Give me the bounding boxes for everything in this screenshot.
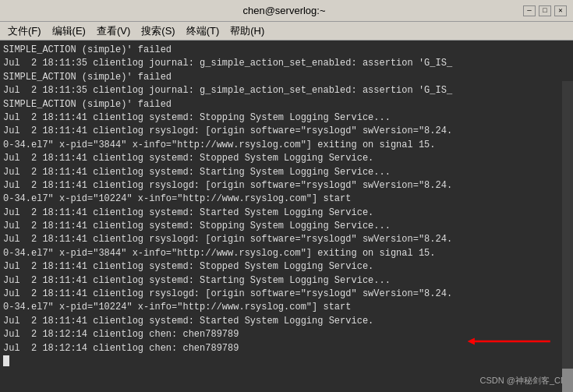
terminal-line: Jul 2 18:11:41 clientlog rsyslogd: [orig… <box>3 125 570 138</box>
terminal-window: chen@serverlog:~ — □ ✕ 文件(F) 编辑(E) 查看(V)… <box>0 0 573 392</box>
terminal-line: SIMPLE_ACTION (simple)' failed <box>3 44 570 57</box>
watermark: CSDN @神秘剑客_CN <box>480 375 567 387</box>
terminal-line: 0-34.el7" x-pid="3844" x-info="http://ww… <box>3 247 570 260</box>
scrollbar-thumb[interactable] <box>562 369 573 392</box>
menu-bar: 文件(F) 编辑(E) 查看(V) 搜索(S) 终端(T) 帮助(H) <box>0 22 573 41</box>
terminal-line: Jul 2 18:11:41 clientlog systemd: Stoppi… <box>3 220 570 233</box>
red-arrow-icon <box>464 334 557 349</box>
title-bar: chen@serverlog:~ — □ ✕ <box>0 0 573 22</box>
terminal-line: Jul 2 18:11:41 clientlog rsyslogd: [orig… <box>3 288 570 301</box>
annotation-arrow <box>464 334 557 349</box>
terminal-line: Jul 2 18:11:41 clientlog systemd: Stoppe… <box>3 152 570 165</box>
window-controls: — □ ✕ <box>523 5 567 16</box>
terminal-line: 0-34.el7" x-pid="3844" x-info="http://ww… <box>3 139 570 152</box>
scrollbar[interactable] <box>562 81 573 392</box>
terminal-line: Jul 2 18:11:41 clientlog systemd: Starte… <box>3 207 570 220</box>
terminal-line: Jul 2 18:11:35 clientlog journal: g_simp… <box>3 57 570 70</box>
minimize-button[interactable]: — <box>523 5 536 16</box>
terminal-line: 0-34.el7" x-pid="10224" x-info="http://w… <box>3 301 570 314</box>
terminal-body[interactable]: SIMPLE_ACTION (simple)' failedJul 2 18:1… <box>0 41 573 392</box>
maximize-button[interactable]: □ <box>539 5 551 16</box>
terminal-line: Jul 2 18:11:41 clientlog rsyslogd: [orig… <box>3 233 570 246</box>
terminal-cursor-line <box>3 355 570 366</box>
terminal-line: SIMPLE_ACTION (simple)' failed <box>3 98 570 111</box>
terminal-line: Jul 2 18:11:41 clientlog systemd: Stoppi… <box>3 111 570 125</box>
menu-search[interactable]: 搜索(S) <box>136 23 179 40</box>
cursor-block <box>3 355 9 366</box>
menu-edit[interactable]: 编辑(E) <box>48 23 90 40</box>
terminal-line: Jul 2 18:11:41 clientlog systemd: Starti… <box>3 274 570 288</box>
terminal-line: Jul 2 18:11:41 clientlog systemd: Stoppe… <box>3 260 570 274</box>
terminal-line: Jul 2 18:11:35 clientlog journal: g_simp… <box>3 84 570 97</box>
terminal-line: SIMPLE_ACTION (simple)' failed <box>3 71 570 84</box>
terminal-line: 0-34.el7" x-pid="10224" x-info="http://w… <box>3 192 570 206</box>
menu-terminal[interactable]: 终端(T) <box>182 23 225 40</box>
menu-file[interactable]: 文件(F) <box>3 23 46 40</box>
menu-view[interactable]: 查看(V) <box>92 23 135 40</box>
close-button[interactable]: ✕ <box>554 5 567 16</box>
terminal-line: Jul 2 18:11:41 clientlog rsyslogd: [orig… <box>3 179 570 192</box>
terminal-line: Jul 2 18:11:41 clientlog systemd: Starti… <box>3 166 570 179</box>
terminal-output: SIMPLE_ACTION (simple)' failedJul 2 18:1… <box>3 44 570 355</box>
window-title: chen@serverlog:~ <box>45 5 523 16</box>
menu-help[interactable]: 帮助(H) <box>225 23 269 40</box>
terminal-line: Jul 2 18:11:41 clientlog systemd: Starte… <box>3 315 570 328</box>
svg-marker-1 <box>468 337 475 344</box>
